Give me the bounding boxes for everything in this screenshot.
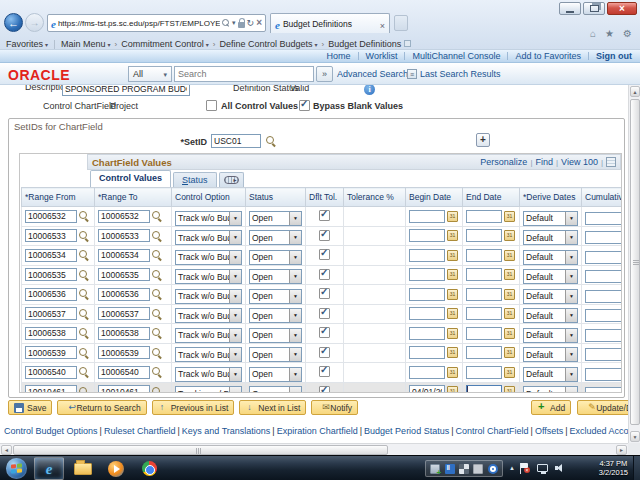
status-select[interactable]: Open <box>249 289 302 304</box>
footer-link[interactable]: Control Budget Options <box>4 426 98 436</box>
calendar-icon[interactable] <box>504 269 515 280</box>
footer-link[interactable]: Budget Period Status <box>364 426 449 436</box>
range-from-input[interactable] <box>25 327 77 340</box>
control-option-select[interactable]: Track w/o Budg <box>175 347 242 362</box>
stop-icon[interactable] <box>256 19 262 28</box>
search-icon[interactable] <box>222 19 230 27</box>
range-to-input[interactable] <box>98 268 150 281</box>
lookup-icon[interactable] <box>79 289 89 299</box>
portal-link[interactable]: Worklist <box>366 51 398 61</box>
breadcrumb-item[interactable]: Define Control Budgets <box>219 39 317 49</box>
cumulative-input[interactable] <box>585 309 622 322</box>
calendar-icon[interactable] <box>447 250 458 261</box>
begin-date-input[interactable] <box>409 249 445 262</box>
tab-close-icon[interactable] <box>380 15 385 33</box>
lookup-icon[interactable] <box>152 231 162 241</box>
footer-link[interactable]: Keys and Translations <box>182 426 271 436</box>
lookup-icon[interactable] <box>79 367 89 377</box>
all-control-values-checkbox[interactable] <box>206 100 217 111</box>
lookup-icon[interactable] <box>79 270 89 280</box>
lookup-icon[interactable] <box>152 250 162 260</box>
description-input[interactable] <box>62 85 190 96</box>
browser-tab[interactable]: Budget Definitions <box>270 13 390 33</box>
range-to-input[interactable] <box>98 327 150 340</box>
status-select[interactable]: Open <box>249 269 302 284</box>
begin-date-input[interactable] <box>409 385 445 393</box>
calendar-icon[interactable] <box>447 308 458 319</box>
back-button[interactable] <box>4 13 23 32</box>
show-all-columns-icon[interactable] <box>219 172 244 187</box>
cumulative-input[interactable] <box>585 270 622 283</box>
bypass-blank-values-checkbox[interactable] <box>299 100 310 111</box>
lookup-icon[interactable] <box>79 211 89 221</box>
range-from-input[interactable] <box>25 366 77 379</box>
taskbar-explorer-button[interactable] <box>68 457 98 480</box>
favorites-star-icon[interactable] <box>605 29 614 39</box>
control-option-select[interactable]: Track w/o Budg <box>175 367 242 382</box>
derive-dates-select[interactable]: Default <box>523 347 578 362</box>
dflt-tol-checkbox[interactable] <box>319 347 330 358</box>
control-option-select[interactable]: Track w/o Budg <box>175 250 242 265</box>
derive-dates-select[interactable]: Default <box>523 289 578 304</box>
column-header[interactable]: Control Option <box>172 188 246 207</box>
taskbar-media-player-button[interactable] <box>101 457 131 480</box>
vertical-scroll-thumb[interactable] <box>630 99 640 425</box>
close-button[interactable] <box>607 2 637 15</box>
scroll-down-icon[interactable] <box>630 431 640 442</box>
footer-link[interactable]: Expiration Chartfield <box>277 426 358 436</box>
portal-link[interactable]: Add to Favorites <box>515 51 581 61</box>
taskbar-clock[interactable]: 4:37 PM 3/2/2015 <box>599 459 628 477</box>
control-option-select[interactable]: Track w/o Budg <box>175 328 242 343</box>
home-icon[interactable] <box>590 29 596 39</box>
setid-input[interactable] <box>211 134 261 148</box>
add-row-button[interactable] <box>476 133 490 147</box>
new-tab-button[interactable] <box>394 15 408 31</box>
begin-date-input[interactable] <box>409 268 445 281</box>
show-desktop-button[interactable] <box>633 456 640 480</box>
range-to-input[interactable] <box>98 307 150 320</box>
status-select[interactable]: Open <box>249 250 302 265</box>
tray-expand-icon[interactable] <box>509 465 515 471</box>
lookup-icon[interactable] <box>152 270 162 280</box>
calendar-icon[interactable] <box>447 269 458 280</box>
calendar-icon[interactable] <box>504 230 515 241</box>
cumulative-input[interactable] <box>585 329 622 342</box>
cumulative-input[interactable] <box>585 387 622 393</box>
last-search-link[interactable]: Last Search Results <box>420 69 501 79</box>
return-button[interactable]: Return to Search <box>57 400 146 415</box>
status-select[interactable]: Open <box>249 328 302 343</box>
calendar-icon[interactable] <box>447 367 458 378</box>
column-header[interactable]: Dflt Tol. <box>306 188 344 207</box>
dflt-tol-checkbox[interactable] <box>319 230 330 241</box>
derive-dates-select[interactable]: Default <box>523 269 578 284</box>
restore-button[interactable] <box>583 2 605 15</box>
lookup-icon[interactable] <box>152 289 162 299</box>
end-date-input[interactable] <box>466 268 502 281</box>
column-header[interactable]: Begin Date <box>406 188 463 207</box>
grid-action-link[interactable]: View 100 <box>561 157 598 167</box>
footer-link[interactable]: Ruleset Chartfield <box>104 426 176 436</box>
lookup-icon[interactable] <box>79 328 89 338</box>
prev-button[interactable]: Previous in List <box>152 400 235 415</box>
end-date-input[interactable] <box>466 307 502 320</box>
lookup-icon[interactable] <box>152 211 162 221</box>
start-button[interactable] <box>6 458 27 479</box>
column-header[interactable]: Cumulative <box>582 188 623 207</box>
lookup-icon[interactable] <box>79 250 89 260</box>
volume-icon[interactable] <box>555 464 566 473</box>
calendar-icon[interactable] <box>447 347 458 358</box>
lookup-icon[interactable] <box>266 136 276 146</box>
range-to-input[interactable] <box>98 210 150 223</box>
dflt-tol-checkbox[interactable] <box>319 288 330 299</box>
control-option-select[interactable]: Track w/o Budg <box>175 230 242 245</box>
end-date-input[interactable] <box>466 327 502 340</box>
derive-dates-select[interactable]: Default <box>523 308 578 323</box>
taskbar-ie-button[interactable] <box>34 457 64 480</box>
range-from-input[interactable] <box>25 249 77 262</box>
begin-date-input[interactable] <box>409 307 445 320</box>
cumulative-input[interactable] <box>585 251 622 264</box>
tray-app-icon[interactable] <box>488 464 498 474</box>
calendar-icon[interactable] <box>447 328 458 339</box>
lookup-icon[interactable] <box>152 309 162 319</box>
begin-date-input[interactable] <box>409 327 445 340</box>
